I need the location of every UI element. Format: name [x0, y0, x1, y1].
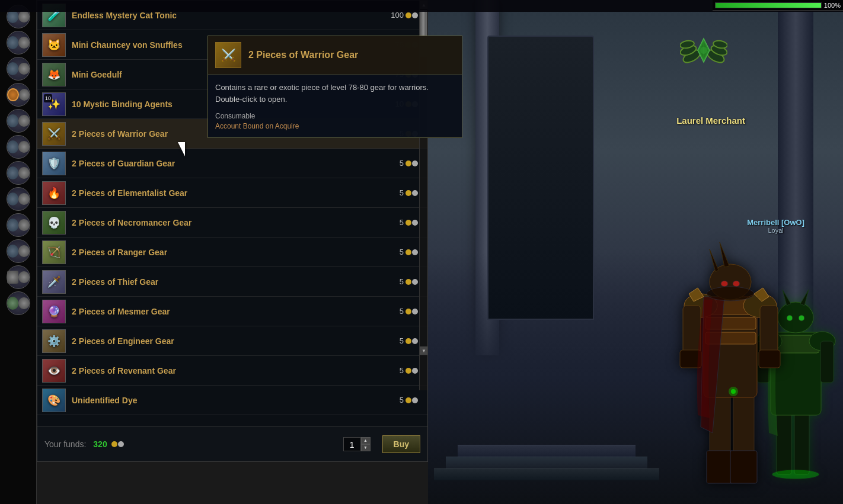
currency-icon-guardian: [405, 160, 418, 166]
item-name-engineer: 2 Pieces of Engineer Gear: [72, 336, 400, 346]
item-badge-mystic: 10: [44, 94, 52, 102]
shop-item-guardian-gear[interactable]: 🛡️ 2 Pieces of Guardian Gear 5: [37, 149, 427, 178]
shop-item-necromancer-gear[interactable]: 💀 2 Pieces of Necromancer Gear 5: [37, 208, 427, 237]
pet-name: Merribell [OwO]: [747, 218, 804, 227]
main-character: [665, 190, 796, 486]
sidebar-icon-2[interactable]: [7, 31, 30, 54]
shop-item-elementalist-gear[interactable]: 🔥 2 Pieces of Elementalist Gear 5: [37, 178, 427, 208]
currency-icon-mesmer: [405, 309, 418, 314]
item-icon-revenant: 👁️: [42, 359, 66, 383]
svg-marker-29: [720, 242, 729, 267]
shop-item-ranger-gear[interactable]: 🏹 2 Pieces of Ranger Gear 5: [37, 237, 427, 267]
item-icon-necromancer: 💀: [42, 211, 66, 235]
tooltip-title: 2 Pieces of Warrior Gear: [248, 50, 358, 60]
quantity-up-arrow[interactable]: ▲: [361, 437, 371, 444]
npc-name-label: Laurel Merchant: [676, 115, 745, 126]
item-price-guardian: 5: [400, 159, 418, 168]
sidebar-icon-8[interactable]: [7, 187, 30, 211]
sidebar-icon-7[interactable]: [7, 161, 30, 185]
quantity-down-arrow[interactable]: ▼: [361, 444, 371, 451]
sidebar-icon-3[interactable]: [7, 57, 30, 81]
item-name-thief: 2 Pieces of Thief Gear: [72, 277, 400, 287]
shop-item-revenant-gear[interactable]: 👁️ 2 Pieces of Revenant Gear 5: [37, 356, 427, 386]
svg-point-9: [700, 47, 707, 54]
funds-label: Your funds:: [44, 439, 86, 449]
laurel-medal: [680, 30, 727, 85]
currency-icon-necromancer: [405, 220, 418, 226]
top-bar: 100%: [0, 0, 843, 12]
currency-icon-thief: [405, 279, 418, 285]
currency-icon-dye: [405, 397, 418, 403]
tooltip: ⚔️ 2 Pieces of Warrior Gear Contains a r…: [207, 36, 462, 138]
funds-amount: 320: [93, 439, 123, 449]
tooltip-icon: ⚔️: [215, 42, 241, 68]
currency-icon-ranger: [405, 249, 418, 255]
item-icon-ranger: 🏹: [42, 240, 66, 264]
buy-button[interactable]: Buy: [382, 435, 420, 453]
item-price-dye: 5: [400, 396, 418, 405]
sidebar-icon-9[interactable]: [7, 213, 30, 237]
item-name-elementalist: 2 Pieces of Elementalist Gear: [72, 188, 400, 198]
funds-currency-icon: [111, 441, 124, 447]
svg-rect-13: [730, 451, 757, 483]
item-icon-goedulf: 🦊: [42, 63, 66, 86]
shop-item-mesmer-gear[interactable]: 🔮 2 Pieces of Mesmer Gear 5: [37, 297, 427, 326]
item-price-thief: 5: [400, 277, 418, 286]
item-name-necromancer: 2 Pieces of Necromancer Gear: [72, 218, 400, 227]
currency-icon-revenant: [405, 368, 418, 374]
sidebar-icon-11[interactable]: [7, 265, 30, 289]
scrollbar-arrow-down[interactable]: ▼: [420, 346, 427, 355]
item-icon-dye: 🎨: [42, 389, 66, 412]
item-name-guardian: 2 Pieces of Guardian Gear: [72, 159, 400, 168]
hp-fill: [716, 3, 821, 8]
sidebar-icon-5[interactable]: [7, 109, 30, 133]
funds-bar: Your funds: 320 1 ▲ ▼ Buy: [37, 426, 427, 461]
item-name-dye: Unidentified Dye: [72, 396, 400, 405]
pet-name-container: Merribell [OwO] Loyal: [747, 218, 804, 234]
svg-point-30: [721, 281, 728, 287]
svg-rect-12: [707, 451, 733, 483]
item-name-mesmer: 2 Pieces of Mesmer Gear: [72, 307, 400, 316]
item-icon-warrior: ⚔️: [42, 122, 66, 146]
currency-icon-elementalist: [405, 190, 418, 196]
item-name-revenant: 2 Pieces of Revenant Gear: [72, 366, 400, 375]
currency-icon-engineer: [405, 338, 418, 344]
svg-rect-25: [759, 350, 780, 368]
svg-marker-28: [710, 249, 719, 272]
item-price-cat-tonic: 100: [391, 11, 418, 20]
quantity-arrows[interactable]: ▲ ▼: [361, 437, 371, 451]
shop-item-thief-gear[interactable]: 🗡️ 2 Pieces of Thief Gear 5: [37, 267, 427, 297]
shop-item-engineer-gear[interactable]: ⚙️ 2 Pieces of Engineer Gear 5: [37, 326, 427, 356]
item-icon-elementalist: 🔥: [42, 181, 66, 205]
tooltip-description: Contains a rare or exotic piece of level…: [215, 82, 455, 105]
item-price-necromancer: 5: [400, 218, 418, 227]
tooltip-header: ⚔️ 2 Pieces of Warrior Gear: [208, 36, 462, 75]
sidebar-icon-4[interactable]: [7, 83, 30, 107]
svg-rect-42: [820, 341, 834, 383]
svg-rect-36: [794, 409, 809, 474]
item-icon-thief: 🗡️: [42, 270, 66, 294]
quantity-control: 1 ▲ ▼: [343, 437, 371, 451]
tooltip-body: Contains a rare or exotic piece of level…: [208, 75, 462, 137]
svg-point-47: [799, 315, 804, 321]
sidebar-icon-12[interactable]: [7, 291, 30, 315]
shop-item-unidentified-dye[interactable]: 🎨 Unidentified Dye 5: [37, 386, 427, 415]
item-price-elementalist: 5: [400, 188, 418, 197]
pet-loyalty: Loyal: [747, 227, 804, 234]
currency-icon: [405, 12, 418, 18]
sidebar-icon-10[interactable]: [7, 239, 30, 263]
svg-marker-45: [800, 290, 809, 306]
quantity-value: 1: [343, 437, 361, 451]
item-price-revenant: 5: [400, 366, 418, 375]
item-icon-mystic: ✨ 10: [42, 92, 66, 116]
item-price-engineer: 5: [400, 336, 418, 345]
tooltip-binding: Account Bound on Acquire: [215, 122, 455, 130]
item-price-mesmer: 5: [400, 307, 418, 316]
item-icon-engineer: ⚙️: [42, 329, 66, 353]
svg-point-34: [731, 389, 736, 394]
item-name-ranger: 2 Pieces of Ranger Gear: [72, 248, 400, 257]
item-icon-chauncey: 🐱: [42, 33, 66, 57]
sidebar-icon-6[interactable]: [7, 135, 30, 159]
item-price-ranger: 5: [400, 248, 418, 256]
hp-text: 100%: [824, 2, 841, 9]
